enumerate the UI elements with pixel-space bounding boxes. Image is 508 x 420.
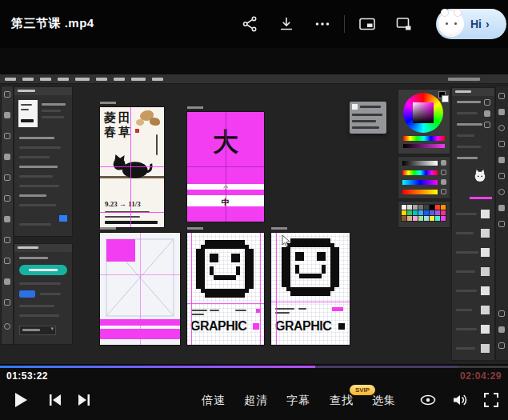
speed-button[interactable]: 倍速 [202,394,226,408]
swatch-grid [402,205,447,222]
right-panel [452,88,494,360]
controls-bar: 倍速 超清 字幕 查找 SVIP 选集 [0,382,508,420]
info-popup [350,102,386,134]
thumb [481,210,490,218]
thumb [481,344,490,353]
quality-button[interactable]: 超清 [244,394,268,408]
thumb [481,267,490,276]
search-button[interactable]: 查找 [330,394,354,408]
video-frame[interactable]: ▾ 菱田 春草 9.2 [0,48,508,366]
saturation-square [413,102,434,123]
eye-icon[interactable] [419,393,437,410]
swatch [441,216,446,221]
chevron-right-icon: › [486,18,490,30]
swatches-panel [398,202,450,227]
swatch [413,216,418,221]
swatch [402,205,406,210]
swatch [418,210,423,215]
poster-graphic-title: GRAPHIC [275,319,331,334]
status-badge [59,215,67,222]
swatch [407,210,412,215]
titlebar-divider [344,15,345,33]
play-icon[interactable] [13,391,29,412]
black-cat-illustration [110,152,154,182]
swatch [407,205,412,210]
swatch [441,205,446,210]
next-frame-icon[interactable] [77,394,91,410]
magenta-block [106,239,135,262]
gradient-strip [402,180,438,185]
avatar [438,11,464,37]
poster-dates: 9.23 → 11/3 [105,200,141,208]
leaf-shape [136,119,144,126]
docked-panel-strip [496,86,508,360]
gradient-strip [402,190,438,194]
cursor-arrow [282,234,291,247]
gradient-strip [402,161,438,166]
properties-panel: ▾ [14,244,72,344]
swatch [402,210,406,215]
swatch [424,210,429,215]
swatch [418,216,423,221]
account-button[interactable]: Hi › [436,9,506,39]
prev-frame-icon[interactable] [48,394,62,410]
design-app-screen: ▾ 菱田 春草 9.2 [0,74,508,364]
thumb [481,248,490,257]
mini-player-icon[interactable] [395,15,413,33]
progress-bar[interactable] [0,366,508,368]
swatch [402,216,406,221]
thumb [481,229,490,238]
poster-magenta-artboard: 大 小 中 [187,112,264,222]
poster-cat-artboard: 菱田 春草 9.23 → 11/3 [100,107,164,227]
thumb [481,325,490,334]
bg-color-swatch [442,95,449,102]
swatch [435,205,440,210]
swatch [407,216,412,221]
episodes-button[interactable]: 选集 [372,394,396,408]
gradient-strip [402,170,438,175]
fullscreen-icon[interactable] [483,392,499,411]
more-icon[interactable] [314,15,331,33]
seal-stamp [135,129,139,133]
swatch [413,210,418,215]
poster-graphic1-artboard: GRAPHIC [187,233,264,345]
swatch [418,205,423,210]
leaf-shape [150,118,160,126]
swatch [430,205,434,210]
dropdown: ▾ [19,326,56,335]
swatch [435,210,440,215]
hue-slider [403,136,445,141]
thumb [481,286,490,295]
poster-graphic2-artboard: GRAPHIC [271,233,350,345]
total-time: 02:04:29 [460,370,502,382]
tools-panel [2,86,13,344]
black-mark [338,323,345,330]
subtitles-button[interactable]: 字幕 [286,394,310,408]
picture-in-picture-icon[interactable] [358,15,376,33]
titlebar: 第三节课 .mp4 Hi › [0,0,508,48]
download-icon[interactable] [278,15,295,33]
swatch [435,216,440,221]
avatar-label: Hi [470,18,482,30]
layers-panel [14,87,72,236]
color-wheel [403,93,443,133]
magenta-mark [332,307,343,311]
gradients-panel [398,157,450,198]
action-button [19,265,67,275]
magenta-mark [253,323,259,330]
volume-icon[interactable] [451,392,469,411]
swatch [430,210,434,215]
poster-grid-artboard [100,233,180,345]
share-icon[interactable] [242,15,259,33]
artboard-thumbnail [18,100,38,127]
swatch [424,205,429,210]
player-footer: 01:53:22 02:04:29 倍速 超清 字幕 查找 SVIP 选集 [0,366,508,420]
swatch [424,216,429,221]
magenta-line [470,197,492,199]
cat-sticker-icon [473,170,487,182]
current-time: 01:53:22 [6,370,48,382]
poster-title-line1: 菱田 [104,110,133,126]
pixel-smiley [196,240,254,298]
swatch [413,205,418,210]
tag-badge [19,290,35,298]
